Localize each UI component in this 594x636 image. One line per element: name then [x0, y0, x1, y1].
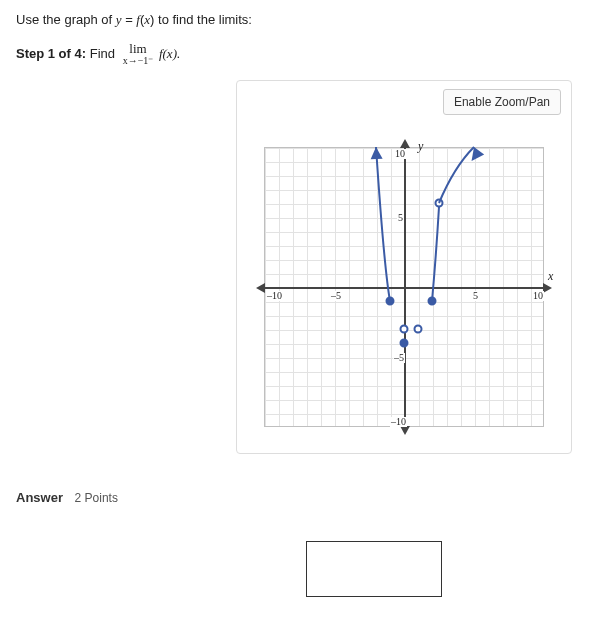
y-axis-arrow-down — [400, 426, 410, 435]
graph-header: Enable Zoom/Pan — [237, 81, 571, 121]
step-label: Step 1 of 4: — [16, 46, 86, 61]
step-line: Step 1 of 4: Find lim x→−1⁻ f(x). — [16, 42, 578, 66]
graph-curves — [264, 147, 544, 427]
question-text: Use the graph of y = f(x) to find the li… — [16, 12, 252, 27]
graph-body[interactable]: y x 10 5 –5 –10 –10 –5 5 10 — [244, 127, 564, 447]
curve-left-arrow-icon — [370, 147, 383, 160]
point-open-1-n3 — [415, 326, 422, 333]
answer-points: 2 Points — [75, 491, 118, 505]
x-axis-label: x — [548, 269, 553, 284]
curve-left — [376, 147, 390, 301]
graph-panel: Enable Zoom/Pan y x 10 5 –5 –10 –10 –5 5… — [236, 80, 572, 454]
point-closed-n1-n1 — [387, 298, 394, 305]
point-closed-0-n4 — [401, 340, 408, 347]
answer-input[interactable] — [306, 541, 442, 597]
answer-label: Answer — [16, 490, 63, 505]
curve-right-lower — [432, 207, 439, 301]
curve-right-upper — [439, 147, 474, 203]
step-fn: f(x). — [159, 46, 180, 61]
answer-row: Answer 2 Points — [16, 490, 578, 505]
x-axis-arrow-right — [543, 283, 552, 293]
enable-zoom-pan-button[interactable]: Enable Zoom/Pan — [443, 89, 561, 115]
step-find: Find — [90, 46, 115, 61]
point-open-0-n3 — [401, 326, 408, 333]
limit-notation: lim x→−1⁻ — [123, 42, 154, 66]
